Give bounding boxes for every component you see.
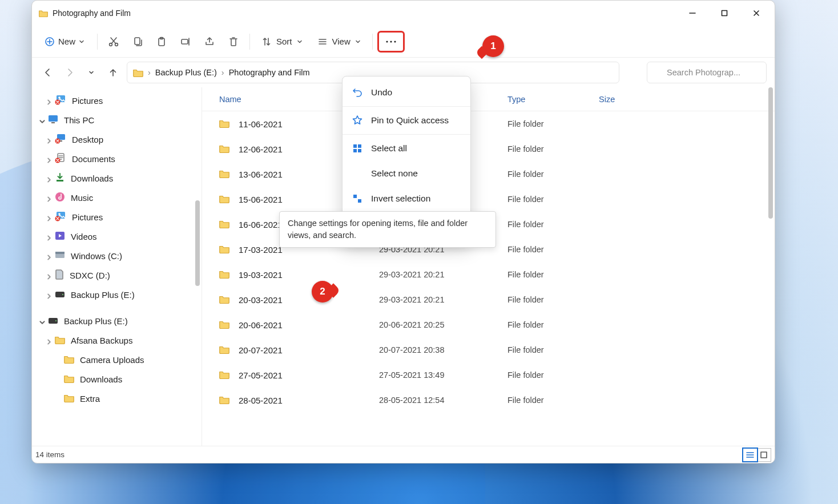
- sidebar-item-label: Desktop: [72, 135, 103, 144]
- maximize-button[interactable]: [708, 1, 740, 26]
- folder-icon: [219, 395, 229, 406]
- recent-locations-button[interactable]: [83, 64, 99, 80]
- sidebar-item[interactable]: Extra: [32, 389, 202, 408]
- column-size[interactable]: Size: [599, 95, 667, 104]
- svg-rect-44: [353, 199, 357, 203]
- file-date: 29-03-2021 20:21: [379, 295, 507, 304]
- sidebar-item-label: Documents: [72, 154, 115, 164]
- more-button[interactable]: [377, 31, 405, 53]
- sidebar-item[interactable]: This PC: [32, 110, 202, 130]
- up-button[interactable]: [105, 64, 121, 80]
- menu-select-all[interactable]: Select all: [343, 136, 470, 161]
- delete-button[interactable]: [222, 30, 245, 53]
- forward-button[interactable]: [62, 64, 78, 80]
- window-title: Photography and Film: [53, 9, 131, 18]
- menu-undo[interactable]: Undo: [343, 80, 470, 105]
- back-button[interactable]: [40, 64, 56, 80]
- minimize-button[interactable]: [676, 1, 708, 26]
- copy-button[interactable]: [126, 30, 149, 53]
- file-row[interactable]: 20-03-202129-03-2021 20:21File folder: [202, 287, 775, 312]
- file-name: 20-06-2021: [239, 320, 283, 330]
- sidebar-item[interactable]: Documents: [32, 149, 202, 168]
- paste-button[interactable]: [150, 30, 173, 53]
- sidebar-item[interactable]: Music: [32, 188, 202, 207]
- file-row[interactable]: 19-03-202129-03-2021 20:21File folder: [202, 262, 775, 287]
- file-row[interactable]: 11-06-2021File folder: [202, 111, 775, 136]
- scrollbar-thumb[interactable]: [768, 87, 773, 219]
- sidebar-item-label: SDXC (D:): [70, 271, 110, 280]
- refresh-button[interactable]: [625, 64, 641, 80]
- file-row[interactable]: 15-06-2021File folder: [202, 187, 775, 212]
- close-button[interactable]: [740, 1, 772, 26]
- sidebar-item-label: Backup Plus (E:): [64, 316, 128, 326]
- share-button[interactable]: [198, 30, 221, 53]
- chevron-down-icon: [297, 39, 303, 45]
- folder-icon: [219, 194, 229, 205]
- chevron-icon: [46, 175, 51, 181]
- chevron-icon: [39, 117, 45, 123]
- cut-button[interactable]: [102, 30, 125, 53]
- menu-pin-quick-access[interactable]: Pin to Quick access: [343, 108, 470, 133]
- sidebar-item[interactable]: Desktop: [32, 130, 202, 149]
- sidebar-item-label: Videos: [71, 232, 97, 241]
- sidebar-item[interactable]: Afsana Backups: [32, 330, 202, 350]
- file-row[interactable]: 13-06-2021File folder: [202, 162, 775, 187]
- file-row[interactable]: 28-05-202128-05-2021 12:54File folder: [202, 388, 775, 413]
- breadcrumb-sep: ›: [147, 68, 152, 77]
- file-name: 27-05-2021: [239, 370, 283, 380]
- file-row[interactable]: 12-06-2021File folder: [202, 136, 775, 162]
- sidebar-item[interactable]: SDXC (D:): [32, 265, 202, 285]
- svg-rect-40: [353, 174, 357, 178]
- folder-icon: [133, 68, 143, 77]
- svg-rect-41: [358, 174, 361, 178]
- share-icon: [204, 36, 215, 47]
- menu-select-none[interactable]: Select none: [343, 161, 470, 186]
- sidebar-item-icon: [55, 335, 65, 346]
- breadcrumb[interactable]: Backup Plus (E:): [155, 68, 217, 77]
- rename-icon: [180, 36, 191, 47]
- scissors-icon: [108, 36, 119, 47]
- scrollbar-thumb[interactable]: [195, 200, 200, 286]
- sidebar-item[interactable]: Pictures: [32, 91, 202, 110]
- sidebar-item-icon: [55, 251, 65, 261]
- menu-invert-selection[interactable]: Invert selection: [343, 186, 470, 211]
- svg-rect-15: [49, 115, 58, 122]
- sidebar-item-icon: [64, 374, 74, 385]
- sidebar-item[interactable]: Backup Plus (E:): [32, 311, 202, 330]
- folder-icon: [219, 295, 229, 305]
- sidebar-item[interactable]: Downloads: [32, 369, 202, 389]
- file-row[interactable]: 20-07-202120-07-2021 20:38File folder: [202, 337, 775, 362]
- scrollbar[interactable]: [768, 87, 773, 446]
- file-row[interactable]: 20-06-202120-06-2021 20:25File folder: [202, 312, 775, 337]
- rename-button[interactable]: [174, 30, 197, 53]
- file-row[interactable]: 27-05-202127-05-2021 13:49File folder: [202, 362, 775, 388]
- sidebar-item-label: Extra: [80, 394, 100, 404]
- chevron-down-icon[interactable]: [607, 70, 613, 75]
- sidebar-item[interactable]: Pictures: [32, 207, 202, 227]
- folder-icon: [219, 370, 229, 381]
- sidebar-item-icon: [55, 290, 65, 300]
- sidebar-item[interactable]: Downloads: [32, 168, 202, 188]
- column-headers: Name Type Size: [202, 87, 775, 111]
- sidebar-item[interactable]: Videos: [32, 227, 202, 246]
- details-view-button[interactable]: [743, 449, 757, 461]
- trash-icon: [228, 36, 239, 47]
- thumbnails-view-button[interactable]: [757, 449, 771, 461]
- search-input[interactable]: Search Photograp...: [647, 62, 767, 83]
- svg-rect-0: [722, 11, 727, 16]
- chevron-icon: [46, 337, 51, 343]
- new-button[interactable]: New: [37, 30, 92, 53]
- column-type[interactable]: Type: [507, 95, 599, 104]
- chevron-icon: [46, 136, 51, 142]
- sidebar-item-icon: [55, 269, 64, 281]
- sidebar-item[interactable]: Camera Uploads: [32, 350, 202, 369]
- sidebar-item[interactable]: Windows (C:): [32, 246, 202, 265]
- sort-button[interactable]: Sort: [255, 30, 309, 53]
- file-name: 13-06-2021: [239, 170, 283, 179]
- view-button[interactable]: View: [311, 30, 368, 53]
- svg-rect-28: [55, 252, 65, 254]
- file-list-pane: Name Type Size 11-06-2021File folder12-0…: [202, 87, 775, 446]
- breadcrumb[interactable]: Photography and Film: [229, 68, 310, 77]
- chevron-icon: [46, 233, 51, 239]
- sidebar-item[interactable]: Backup Plus (E:): [32, 285, 202, 304]
